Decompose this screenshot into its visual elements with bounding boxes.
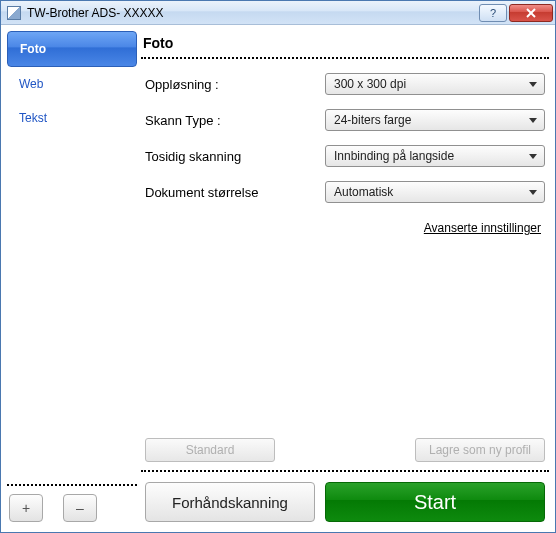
mid-buttons: Standard Lagre som ny profil bbox=[141, 438, 549, 470]
sidebar: Foto Web Tekst + – bbox=[7, 31, 137, 526]
standard-button[interactable]: Standard bbox=[145, 438, 275, 462]
titlebar-controls: ? bbox=[479, 4, 553, 22]
window-title: TW-Brother ADS- XXXXX bbox=[27, 6, 479, 20]
close-icon bbox=[526, 8, 536, 18]
settings-area: Oppløsning : 300 x 300 dpi Skann Type : … bbox=[141, 59, 549, 438]
tab-label: Foto bbox=[20, 42, 46, 56]
profile-buttons: + – bbox=[7, 494, 137, 526]
advanced-row: Avanserte innstillinger bbox=[145, 217, 545, 235]
row-duplex: Tosidig skanning Innbinding på langside bbox=[145, 145, 545, 167]
row-scan-type: Skann Type : 24-biters farge bbox=[145, 109, 545, 131]
button-label: Lagre som ny profil bbox=[429, 443, 531, 457]
remove-profile-button[interactable]: – bbox=[63, 494, 97, 522]
help-button[interactable]: ? bbox=[479, 4, 507, 22]
doc-size-dropdown[interactable]: Automatisk bbox=[325, 181, 545, 203]
tab-label: Tekst bbox=[19, 111, 47, 125]
button-label: Standard bbox=[186, 443, 235, 457]
row-resolution: Oppløsning : 300 x 300 dpi bbox=[145, 73, 545, 95]
row-doc-size: Dokument størrelse Automatisk bbox=[145, 181, 545, 203]
plus-icon: + bbox=[22, 500, 30, 516]
duplex-dropdown[interactable]: Innbinding på langside bbox=[325, 145, 545, 167]
tab-web[interactable]: Web bbox=[7, 67, 137, 101]
content-panel: Foto Oppløsning : 300 x 300 dpi Skann Ty… bbox=[141, 31, 549, 526]
button-label: Forhåndskanning bbox=[172, 494, 288, 511]
profile-tabs: Foto Web Tekst bbox=[7, 31, 137, 486]
advanced-settings-link[interactable]: Avanserte innstillinger bbox=[424, 221, 541, 235]
dialog-body: Foto Web Tekst + – Foto bbox=[1, 25, 555, 532]
close-button[interactable] bbox=[509, 4, 553, 22]
add-profile-button[interactable]: + bbox=[9, 494, 43, 522]
scan-type-dropdown[interactable]: 24-biters farge bbox=[325, 109, 545, 131]
save-profile-button[interactable]: Lagre som ny profil bbox=[415, 438, 545, 462]
preview-button[interactable]: Forhåndskanning bbox=[145, 482, 315, 522]
resolution-label: Oppløsning : bbox=[145, 77, 325, 92]
start-button[interactable]: Start bbox=[325, 482, 545, 522]
bottom-buttons: Forhåndskanning Start bbox=[141, 472, 549, 526]
scanner-dialog: TW-Brother ADS- XXXXX ? Foto Web Te bbox=[0, 0, 556, 533]
scan-type-label: Skann Type : bbox=[145, 113, 325, 128]
dropdown-value: 300 x 300 dpi bbox=[334, 77, 406, 91]
app-icon bbox=[7, 6, 21, 20]
button-label: Start bbox=[414, 491, 456, 514]
resolution-dropdown[interactable]: 300 x 300 dpi bbox=[325, 73, 545, 95]
dropdown-value: 24-biters farge bbox=[334, 113, 411, 127]
panel-title: Foto bbox=[141, 31, 549, 57]
titlebar: TW-Brother ADS- XXXXX ? bbox=[1, 1, 555, 25]
dropdown-value: Innbinding på langside bbox=[334, 149, 454, 163]
duplex-label: Tosidig skanning bbox=[145, 149, 325, 164]
dropdown-value: Automatisk bbox=[334, 185, 393, 199]
doc-size-label: Dokument størrelse bbox=[145, 185, 325, 200]
tab-foto[interactable]: Foto bbox=[7, 31, 137, 67]
minus-icon: – bbox=[76, 500, 84, 516]
tab-tekst[interactable]: Tekst bbox=[7, 101, 137, 135]
tab-label: Web bbox=[19, 77, 43, 91]
